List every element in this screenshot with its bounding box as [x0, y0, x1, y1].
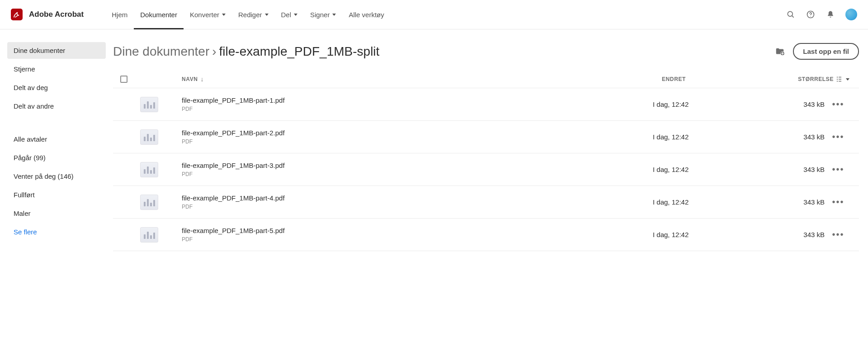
- col-header-name[interactable]: NAVN ↓: [182, 76, 662, 83]
- nav-item-konverter[interactable]: Konverter: [184, 0, 232, 29]
- chevron-down-icon: [846, 78, 849, 81]
- table-row[interactable]: file-example_PDF_1MB-part-5.pdf PDF I da…: [113, 218, 859, 251]
- add-folder-icon[interactable]: [775, 47, 785, 57]
- row-more-icon[interactable]: •••: [831, 98, 845, 111]
- row-more-icon[interactable]: •••: [831, 163, 845, 176]
- file-name: file-example_PDF_1MB-part-4.pdf: [182, 194, 653, 202]
- pdf-thumbnail-icon: [140, 97, 158, 112]
- sidebar-item[interactable]: Maler: [7, 205, 106, 222]
- sidebar-item[interactable]: Dine dokumenter: [7, 42, 106, 59]
- file-size: 343 kB: [803, 100, 825, 108]
- pdf-thumbnail-icon: [140, 162, 158, 177]
- breadcrumb-current: file-example_PDF_1MB-split: [219, 44, 380, 58]
- avatar[interactable]: [845, 9, 857, 20]
- chevron-down-icon: [222, 14, 226, 16]
- nav-item-label: Alle verktøy: [349, 11, 384, 19]
- file-size: 343 kB: [803, 231, 825, 238]
- file-modified: I dag, 12:42: [653, 198, 689, 206]
- row-more-icon[interactable]: •••: [831, 130, 845, 144]
- main: Dine dokumenter›file-example_PDF_1MB-spl…: [113, 29, 868, 269]
- breadcrumb-root[interactable]: Dine dokumenter: [113, 44, 209, 58]
- layout: Dine dokumenterStjerneDelt av degDelt av…: [0, 29, 868, 269]
- nav-item-signer[interactable]: Signer: [304, 0, 342, 29]
- table-row[interactable]: file-example_PDF_1MB-part-3.pdf PDF I da…: [113, 153, 859, 186]
- sidebar-item[interactable]: Delt av deg: [7, 79, 106, 96]
- file-type: PDF: [182, 236, 653, 243]
- top-nav: Adobe Acrobat HjemDokumenterKonverterRed…: [0, 0, 868, 29]
- file-type: PDF: [182, 204, 653, 210]
- file-type: PDF: [182, 106, 653, 112]
- file-name: file-example_PDF_1MB-part-5.pdf: [182, 227, 653, 234]
- nav-item-hjem[interactable]: Hjem: [105, 0, 134, 29]
- sidebar-item[interactable]: Alle avtaler: [7, 131, 106, 148]
- sidebar-item[interactable]: Delt av andre: [7, 98, 106, 114]
- file-size: 343 kB: [803, 198, 825, 206]
- chevron-down-icon: [332, 14, 336, 16]
- table-header: NAVN ↓ ENDRET STØRRELSE: [113, 71, 859, 88]
- col-header-date-label: ENDRET: [662, 76, 686, 82]
- nav-item-label: Konverter: [190, 11, 219, 19]
- table-body: file-example_PDF_1MB-part-1.pdf PDF I da…: [113, 88, 859, 251]
- table-row[interactable]: file-example_PDF_1MB-part-1.pdf PDF I da…: [113, 88, 859, 120]
- svg-point-3: [810, 16, 811, 17]
- brand-block[interactable]: Adobe Acrobat: [11, 9, 84, 20]
- col-header-size[interactable]: STØRRELSE: [761, 76, 834, 82]
- sidebar-group-docs: Dine dokumenterStjerneDelt av degDelt av…: [7, 42, 106, 114]
- file-name: file-example_PDF_1MB-part-3.pdf: [182, 162, 653, 169]
- view-toggle-icon[interactable]: [834, 75, 852, 83]
- chevron-down-icon: [265, 14, 269, 16]
- file-type: PDF: [182, 138, 653, 145]
- col-header-date[interactable]: ENDRET: [662, 76, 761, 82]
- pdf-thumbnail-icon: [140, 129, 158, 145]
- nav-item-del[interactable]: Del: [275, 0, 304, 29]
- row-more-icon[interactable]: •••: [831, 228, 845, 242]
- nav-item-label: Rediger: [238, 11, 262, 19]
- file-size: 343 kB: [803, 166, 825, 173]
- nav-item-label: Hjem: [112, 11, 127, 19]
- app-logo-icon: [11, 9, 23, 20]
- sort-down-icon: ↓: [201, 76, 204, 83]
- table-row[interactable]: file-example_PDF_1MB-part-2.pdf PDF I da…: [113, 120, 859, 153]
- sidebar-item[interactable]: Pågår (99): [7, 149, 106, 166]
- help-icon[interactable]: [806, 10, 816, 19]
- sidebar-see-more[interactable]: Se flere: [7, 224, 106, 240]
- nav-item-alle-verktøy[interactable]: Alle verktøy: [342, 0, 390, 29]
- breadcrumb-sep: ›: [212, 44, 216, 58]
- file-modified: I dag, 12:42: [653, 133, 689, 141]
- file-table: NAVN ↓ ENDRET STØRRELSE: [113, 71, 859, 251]
- row-more-icon[interactable]: •••: [831, 195, 845, 209]
- file-size: 343 kB: [803, 133, 825, 141]
- table-row[interactable]: file-example_PDF_1MB-part-4.pdf PDF I da…: [113, 186, 859, 218]
- sidebar-group-agreements: Alle avtalerPågår (99)Venter på deg (146…: [7, 131, 106, 240]
- sidebar-item[interactable]: Stjerne: [7, 61, 106, 77]
- svg-point-0: [788, 11, 793, 16]
- nav-items: HjemDokumenterKonverterRedigerDelSignerA…: [105, 0, 391, 29]
- nav-actions: [786, 9, 857, 20]
- nav-item-dokumenter[interactable]: Dokumenter: [134, 0, 184, 29]
- select-all-checkbox[interactable]: [120, 76, 127, 83]
- nav-item-rediger[interactable]: Rediger: [232, 0, 275, 29]
- file-modified: I dag, 12:42: [653, 166, 689, 173]
- nav-item-label: Dokumenter: [140, 11, 177, 19]
- page-header: Dine dokumenter›file-example_PDF_1MB-spl…: [113, 43, 859, 60]
- file-name: file-example_PDF_1MB-part-1.pdf: [182, 96, 653, 104]
- file-type: PDF: [182, 171, 653, 177]
- nav-item-label: Signer: [310, 11, 330, 19]
- file-name: file-example_PDF_1MB-part-2.pdf: [182, 129, 653, 137]
- search-icon[interactable]: [786, 10, 796, 19]
- pdf-thumbnail-icon: [140, 227, 158, 243]
- notifications-icon[interactable]: [826, 10, 835, 19]
- col-header-name-label: NAVN: [182, 76, 198, 82]
- breadcrumb: Dine dokumenter›file-example_PDF_1MB-spl…: [113, 44, 767, 59]
- chevron-down-icon: [294, 14, 297, 16]
- sidebar-item[interactable]: Venter på deg (146): [7, 168, 106, 185]
- nav-item-label: Del: [281, 11, 292, 19]
- file-modified: I dag, 12:42: [653, 231, 689, 238]
- pdf-thumbnail-icon: [140, 195, 158, 210]
- brand-name: Adobe Acrobat: [29, 10, 84, 19]
- sidebar-item[interactable]: Fullført: [7, 186, 106, 203]
- sidebar: Dine dokumenterStjerneDelt av degDelt av…: [0, 29, 113, 269]
- file-modified: I dag, 12:42: [653, 100, 689, 108]
- col-header-size-label: STØRRELSE: [798, 76, 834, 82]
- upload-button[interactable]: Last opp en fil: [793, 43, 859, 60]
